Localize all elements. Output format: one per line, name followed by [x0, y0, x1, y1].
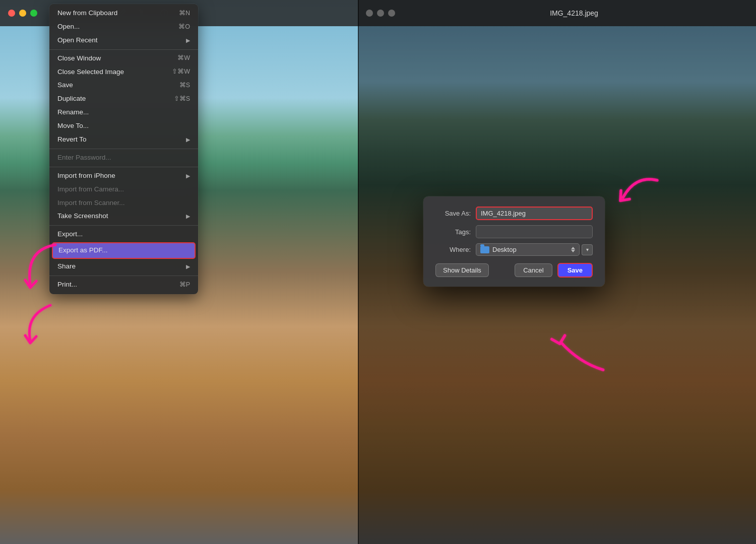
dialog-buttons: Show Details Cancel Save [435, 263, 593, 278]
left-panel: New from Clipboard ⌘N Open... ⌘O Open Re… [0, 0, 358, 544]
menu-item-import-from-scanner: Import from Scanner... [49, 196, 198, 210]
separator-2 [49, 149, 198, 149]
expand-button[interactable]: ▾ [582, 244, 593, 255]
menu-item-import-from-iphone[interactable]: Import from iPhone ▶ [49, 169, 198, 183]
shortcut-close-window: ⌘W [177, 54, 190, 63]
menu-item-open-recent[interactable]: Open Recent ▶ [49, 34, 198, 47]
minimize-button[interactable] [19, 10, 26, 17]
shortcut-close-selected: ⇧⌘W [172, 67, 190, 77]
menu-item-share[interactable]: Share ▶ [49, 260, 198, 274]
menu-item-move-to[interactable]: Move To... [49, 119, 198, 133]
separator-3 [49, 167, 198, 167]
menu-item-close-window[interactable]: Close Window ⌘W [49, 52, 198, 65]
close-button-right[interactable] [366, 10, 373, 17]
separator-1 [49, 49, 198, 50]
window-title: IMG_4218.jpeg [400, 9, 748, 17]
right-panel: IMG_4218.jpeg Save As: Tags: Where: Desk… [358, 0, 756, 544]
menu-item-export[interactable]: Export... [49, 228, 198, 241]
save-button[interactable]: Save [557, 263, 593, 278]
shortcut-print: ⌘P [179, 281, 190, 290]
where-chevrons [571, 247, 575, 252]
menu-item-close-selected-image[interactable]: Close Selected Image ⇧⌘W [49, 65, 198, 79]
menu-item-rename[interactable]: Rename... [49, 106, 198, 119]
save-as-row: Save As: [435, 207, 593, 220]
show-details-button[interactable]: Show Details [435, 263, 489, 277]
context-menu: New from Clipboard ⌘N Open... ⌘O Open Re… [49, 4, 198, 294]
arrow-open-recent: ▶ [186, 37, 190, 44]
shortcut-open: ⌘O [178, 23, 190, 32]
close-button[interactable] [8, 10, 15, 17]
menu-item-export-as-pdf[interactable]: Export as PDF... [52, 242, 196, 259]
traffic-lights-left [8, 10, 37, 17]
fullscreen-button[interactable] [30, 10, 37, 17]
minimize-button-right[interactable] [377, 10, 384, 17]
arrow-share: ▶ [186, 263, 190, 270]
tags-label: Tags: [435, 228, 476, 236]
tags-row: Tags: [435, 225, 593, 238]
menu-item-save[interactable]: Save ⌘S [49, 79, 198, 92]
save-as-label: Save As: [435, 210, 476, 217]
shortcut-save: ⌘S [179, 81, 190, 90]
where-label: Where: [435, 246, 476, 253]
arrow-indicator-1 [15, 240, 66, 302]
folder-icon [480, 246, 489, 253]
separator-4 [49, 225, 198, 226]
menu-item-take-screenshot[interactable]: Take Screenshot ▶ [49, 210, 198, 223]
arrow-indicator-2 [20, 300, 60, 353]
save-as-input[interactable] [476, 207, 593, 220]
menu-item-new-from-clipboard[interactable]: New from Clipboard ⌘N [49, 7, 198, 20]
arrow-import-iphone: ▶ [186, 172, 190, 180]
menu-item-print[interactable]: Print... ⌘P [49, 278, 198, 292]
chevron-down-icon [571, 250, 575, 252]
menu-item-duplicate[interactable]: Duplicate ⇧⌘S [49, 92, 198, 106]
separator-5 [49, 276, 198, 276]
chevron-up-icon [571, 247, 575, 249]
fullscreen-button-right[interactable] [388, 10, 395, 17]
shortcut-new-from-clipboard: ⌘N [179, 9, 190, 18]
menu-item-enter-password: Enter Password... [49, 151, 198, 165]
traffic-lights-right [366, 10, 395, 17]
save-dialog: Save As: Tags: Where: Desktop ▾ Show Det… [423, 196, 605, 287]
arrow-screenshot: ▶ [186, 213, 190, 220]
menu-item-revert-to[interactable]: Revert To ▶ [49, 133, 198, 147]
tags-input[interactable] [476, 225, 593, 238]
where-row: Where: Desktop ▾ [435, 243, 593, 256]
cancel-button[interactable]: Cancel [515, 263, 552, 277]
where-value: Desktop [492, 246, 565, 253]
where-select[interactable]: Desktop [476, 243, 580, 256]
menu-item-import-from-camera: Import from Camera... [49, 183, 198, 196]
titlebar-right: IMG_4218.jpeg [358, 0, 756, 26]
shortcut-duplicate: ⇧⌘S [174, 95, 190, 104]
panel-divider [358, 0, 359, 544]
menu-item-open[interactable]: Open... ⌘O [49, 20, 198, 34]
arrow-revert-to: ▶ [186, 136, 190, 144]
